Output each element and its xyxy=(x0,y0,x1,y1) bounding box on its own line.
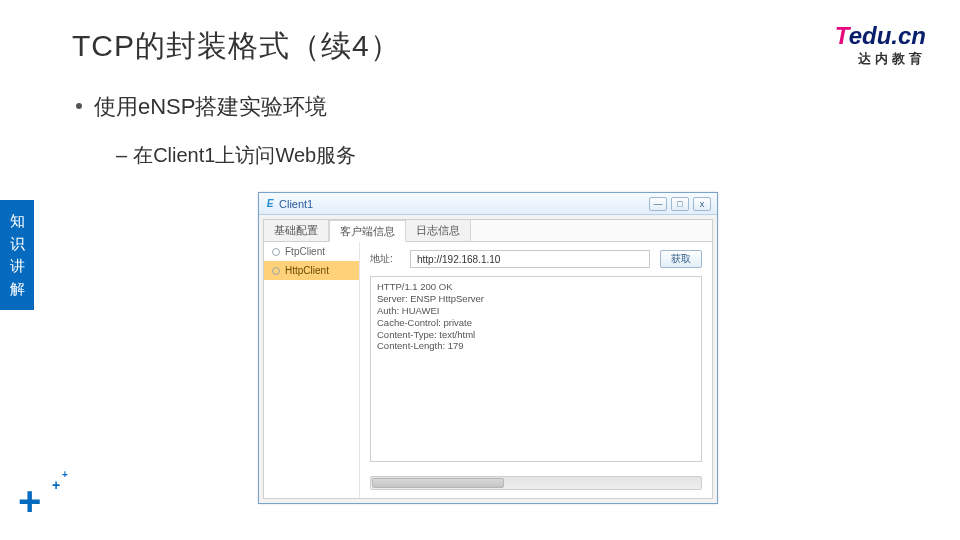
brand-logo: Tedu.cn 达内教育 xyxy=(835,24,926,68)
plus-small-icon-2: + xyxy=(62,469,68,480)
resp-line-5: Content-Length: 179 xyxy=(377,340,695,352)
tab-bar: 基础配置 客户端信息 日志信息 xyxy=(264,220,712,242)
bullet-level-2: –在Client1上访问Web服务 xyxy=(116,142,356,169)
list-item-httpclient[interactable]: HttpClient xyxy=(264,261,359,280)
address-label: 地址: xyxy=(370,252,400,266)
response-textarea[interactable]: HTTP/1.1 200 OK Server: ENSP HttpServer … xyxy=(370,276,702,462)
client1-window: E Client1 — □ x 基础配置 客户端信息 日志信息 xyxy=(258,192,718,504)
tab-client-info[interactable]: 客户端信息 xyxy=(329,220,406,242)
radio-icon xyxy=(272,267,280,275)
logo-cn: cn xyxy=(898,22,926,49)
minimize-button[interactable]: — xyxy=(649,197,667,211)
list-item-ftpclient[interactable]: FtpClient xyxy=(264,242,359,261)
slide-title: TCP的封装格式（续4） xyxy=(72,26,401,67)
sidetab-char-3: 解 xyxy=(0,278,34,301)
radio-icon xyxy=(272,248,280,256)
maximize-button[interactable]: □ xyxy=(671,197,689,211)
resp-line-4: Content-Type: text/html xyxy=(377,329,695,341)
plus-icon: + + + xyxy=(18,479,41,524)
app-icon: E xyxy=(265,199,275,209)
dash-icon: – xyxy=(116,144,127,166)
sidetab-char-0: 知 xyxy=(0,210,34,233)
side-tab-knowledge: 知 识 讲 解 xyxy=(0,200,34,310)
list-label-http: HttpClient xyxy=(285,265,329,276)
bullet1-text: 使用eNSP搭建实验环境 xyxy=(94,94,327,119)
horizontal-scrollbar[interactable] xyxy=(370,476,702,490)
client-type-list: FtpClient HttpClient xyxy=(264,242,360,498)
logo-dot: . xyxy=(891,22,898,49)
resp-line-2: Auth: HUAWEI xyxy=(377,305,695,317)
resp-line-0: HTTP/1.1 200 OK xyxy=(377,281,695,293)
window-title: Client1 xyxy=(279,198,313,210)
sidetab-char-2: 讲 xyxy=(0,255,34,278)
resp-line-3: Cache-Control: private xyxy=(377,317,695,329)
bullet-dot-icon xyxy=(76,103,82,109)
corner-plus-decor: + + + xyxy=(18,479,41,524)
close-button[interactable]: x xyxy=(693,197,711,211)
list-label-ftp: FtpClient xyxy=(285,246,325,257)
bullet2-text: 在Client1上访问Web服务 xyxy=(133,144,356,166)
fetch-button[interactable]: 获取 xyxy=(660,250,702,268)
plus-small-icon-1: + xyxy=(52,477,60,493)
scrollbar-thumb[interactable] xyxy=(372,478,504,488)
tab-log-info[interactable]: 日志信息 xyxy=(406,220,471,241)
resp-line-1: Server: ENSP HttpServer xyxy=(377,293,695,305)
sidetab-char-1: 识 xyxy=(0,233,34,256)
logo-subtitle: 达内教育 xyxy=(835,50,926,68)
window-titlebar[interactable]: E Client1 — □ x xyxy=(259,193,717,215)
tab-basic-config[interactable]: 基础配置 xyxy=(264,220,329,241)
address-input[interactable] xyxy=(410,250,650,268)
bullet-level-1: 使用eNSP搭建实验环境 xyxy=(76,92,327,122)
logo-t: T xyxy=(835,22,849,49)
logo-edu: edu xyxy=(849,22,892,49)
